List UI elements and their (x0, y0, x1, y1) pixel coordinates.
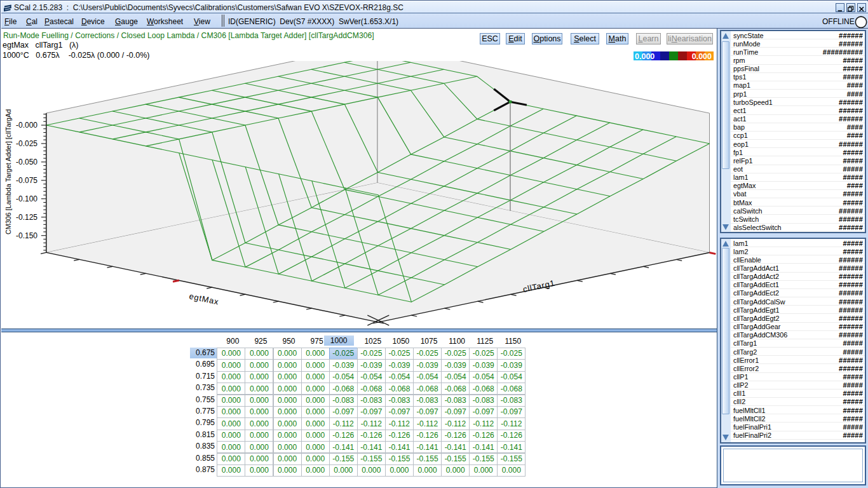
svg-text:-0.125: -0.125 (16, 213, 37, 222)
svg-text:CM306 [Lambda Target Adder] [c: CM306 [Lambda Target Adder] [cllTargAd (4, 109, 12, 234)
svg-text:-0.150: -0.150 (16, 231, 37, 240)
svg-text:-0.100: -0.100 (16, 194, 37, 203)
svg-text:egtMax: egtMax (188, 291, 220, 306)
svg-text:-0.025: -0.025 (16, 139, 37, 148)
svg-text:-0.000: -0.000 (16, 121, 37, 130)
svg-text:-0.075: -0.075 (16, 176, 37, 185)
svg-text:-0.050: -0.050 (16, 158, 37, 166)
